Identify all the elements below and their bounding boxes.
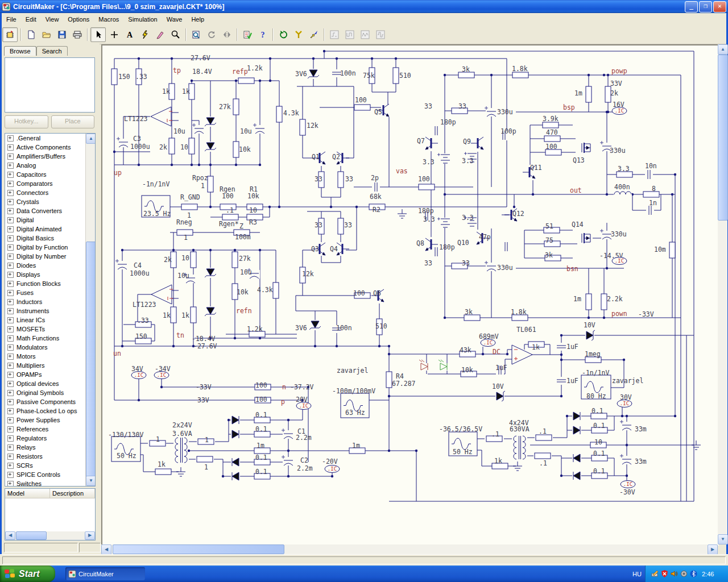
canvas-scroll-right-icon[interactable]: ▶: [708, 544, 718, 555]
expand-icon[interactable]: [7, 408, 14, 414]
tree-scrollbar[interactable]: ▲ ▼: [85, 134, 95, 486]
category-data-converters[interactable]: Data Converters: [5, 206, 95, 215]
category-mosfets[interactable]: MOSFETs: [5, 325, 95, 334]
reset-button[interactable]: [276, 28, 290, 41]
volume-tray-icon[interactable]: [670, 569, 679, 578]
component-category-tree[interactable]: .GeneralActive ComponentsAmplifiers/Buff…: [5, 133, 96, 487]
canvas-scroll-left-icon[interactable]: ◀: [101, 544, 111, 555]
category--general[interactable]: .General: [5, 134, 95, 143]
expand-icon[interactable]: [7, 435, 14, 442]
expand-icon[interactable]: [7, 153, 14, 160]
expand-icon[interactable]: [7, 163, 14, 169]
taskbar-item-circuitmaker[interactable]: CircuitMaker: [65, 567, 145, 580]
expand-icon[interactable]: [7, 208, 14, 214]
expand-icon[interactable]: [7, 454, 14, 460]
category-multipliers[interactable]: Multipliers: [5, 361, 95, 370]
category-crystals[interactable]: Crystals: [5, 197, 95, 206]
print-button[interactable]: [70, 28, 84, 41]
cursor-button[interactable]: [90, 27, 106, 42]
clock[interactable]: 2:46: [702, 571, 714, 577]
model-column-header[interactable]: Model: [5, 489, 50, 498]
category-phase-locked-lo-ops[interactable]: Phase-Locked Lo ops: [5, 406, 95, 415]
expand-icon[interactable]: [7, 344, 14, 351]
tree-scroll-down-icon[interactable]: ▼: [86, 476, 96, 486]
close-button[interactable]: ✕: [713, 1, 726, 13]
expand-icon[interactable]: [7, 326, 14, 332]
open-button[interactable]: [39, 28, 53, 41]
category-digital[interactable]: Digital: [5, 215, 95, 225]
category-references[interactable]: References: [5, 425, 95, 434]
menu-macros[interactable]: Macros: [94, 14, 123, 24]
security-shield-tray-icon[interactable]: [660, 569, 669, 578]
tab-search[interactable]: Search: [36, 46, 68, 56]
expand-icon[interactable]: [7, 253, 14, 260]
description-column-header[interactable]: Description: [50, 489, 95, 498]
probe-pen-button[interactable]: [153, 28, 167, 41]
expand-icon[interactable]: [7, 417, 14, 423]
category-scrs[interactable]: SCRs: [5, 461, 95, 470]
mirror-button[interactable]: [220, 28, 234, 41]
schematic-vscrollbar[interactable]: ▲ ▼: [718, 44, 727, 544]
bluetooth-tray-icon[interactable]: [689, 569, 698, 578]
save-button[interactable]: [55, 28, 69, 41]
expand-icon[interactable]: [7, 199, 14, 205]
scope-1-button[interactable]: [327, 28, 341, 41]
expand-icon[interactable]: [7, 308, 14, 314]
category-connectors[interactable]: Connectors: [5, 188, 95, 197]
expand-icon[interactable]: [7, 372, 14, 378]
category-analog[interactable]: Analog: [5, 161, 95, 170]
zoom-button[interactable]: [168, 28, 183, 41]
category-passive-components[interactable]: Passive Components: [5, 397, 95, 406]
expand-icon[interactable]: [7, 463, 14, 469]
canvas-scroll-up-icon[interactable]: ▲: [718, 44, 728, 55]
category-opamps[interactable]: OPAMPs: [5, 370, 95, 379]
category-regulators[interactable]: Regulators: [5, 434, 95, 443]
simulation-check-button[interactable]: [240, 28, 254, 41]
category-spice-controls[interactable]: SPICE Controls: [5, 470, 95, 479]
category-linear-ics[interactable]: Linear ICs: [5, 315, 95, 325]
place-button[interactable]: Place: [51, 115, 95, 128]
zoom-window-button[interactable]: [189, 28, 203, 41]
text-tool-button[interactable]: A: [122, 28, 136, 41]
schematic-canvas[interactable]: 27.6Vtp18.4Vrefp1.2k150.331k1k27kLT12231…: [101, 44, 719, 546]
expand-icon[interactable]: [7, 354, 14, 360]
expand-icon[interactable]: [7, 272, 14, 278]
expand-icon[interactable]: [7, 217, 14, 223]
category-power-supplies[interactable]: Power Supplies: [5, 415, 95, 425]
model-scroll-right-icon[interactable]: ▶: [85, 531, 95, 540]
category-capacitors[interactable]: Capacitors: [5, 170, 95, 179]
expand-icon[interactable]: [7, 472, 14, 478]
expand-icon[interactable]: [7, 399, 14, 405]
language-indicator[interactable]: HU: [632, 566, 642, 582]
browse-chip-button[interactable]: [2, 27, 18, 42]
delete-lightning-button[interactable]: [138, 28, 152, 41]
restore-button[interactable]: ❐: [699, 1, 712, 13]
menu-options[interactable]: Options: [63, 14, 94, 24]
menu-edit[interactable]: Edit: [21, 14, 41, 24]
menu-view[interactable]: View: [41, 14, 64, 24]
category-switches[interactable]: Switches: [5, 479, 95, 487]
category-optical-devices[interactable]: Optical devices: [5, 379, 95, 388]
wire-plus-button[interactable]: [107, 28, 121, 41]
menu-help[interactable]: Help: [187, 14, 209, 24]
category-comparators[interactable]: Comparators: [5, 179, 95, 188]
expand-icon[interactable]: [7, 390, 14, 396]
expand-icon[interactable]: [7, 135, 14, 142]
category-resistors[interactable]: Resistors: [5, 452, 95, 461]
expand-icon[interactable]: [7, 226, 14, 232]
category-inductors[interactable]: Inductors: [5, 297, 95, 306]
scope-2-button[interactable]: [342, 28, 357, 41]
expand-icon[interactable]: [7, 444, 14, 451]
category-relays[interactable]: Relays: [5, 443, 95, 452]
model-table-hscrollbar[interactable]: ◀ ▶: [5, 531, 95, 540]
category-active-components[interactable]: Active Components: [5, 143, 95, 152]
expand-icon[interactable]: [7, 335, 14, 342]
category-displays[interactable]: Displays: [5, 270, 95, 279]
expand-icon[interactable]: [7, 363, 14, 369]
expand-icon[interactable]: [7, 299, 14, 305]
expand-icon[interactable]: [7, 244, 14, 251]
expand-icon[interactable]: [7, 481, 14, 487]
hotkey-button[interactable]: Hotkey...: [5, 115, 48, 128]
category-fuses[interactable]: Fuses: [5, 288, 95, 297]
expand-icon[interactable]: [7, 181, 14, 187]
